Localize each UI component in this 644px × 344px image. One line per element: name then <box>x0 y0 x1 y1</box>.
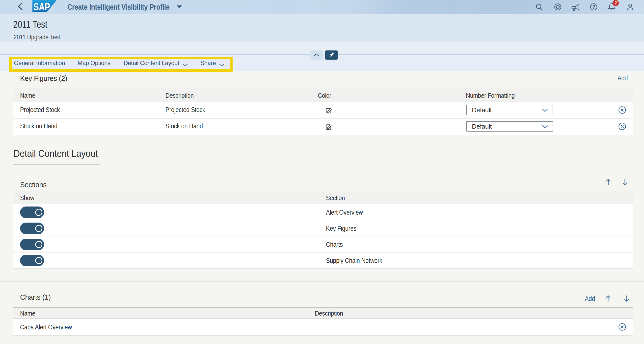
svg-text:SAP: SAP <box>34 1 50 12</box>
svg-text:?: ? <box>592 4 595 10</box>
